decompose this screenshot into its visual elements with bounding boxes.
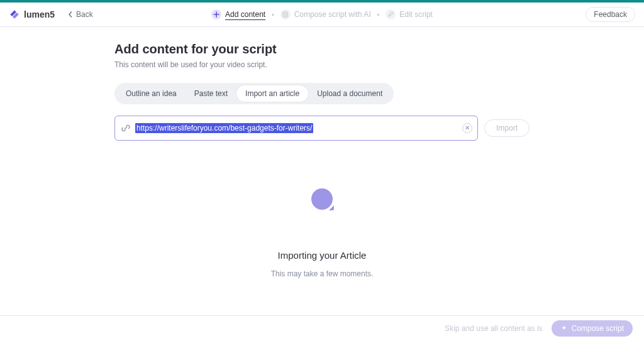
footer-bar: Skip and use all content as is Compose s…	[0, 315, 644, 341]
step-label: Edit script	[399, 10, 433, 19]
compose-label: Compose script	[572, 324, 624, 333]
close-icon: ✕	[465, 125, 470, 131]
step-add-content[interactable]: Add content	[211, 9, 265, 19]
loading-title: Importing your Article	[278, 250, 367, 261]
tab-import-article[interactable]: Import an article	[236, 85, 308, 102]
back-label: Back	[76, 10, 93, 19]
skip-link[interactable]: Skip and use all content as is	[445, 324, 542, 333]
pencil-icon	[386, 9, 396, 19]
url-input-row: https://writerslifeforyou.com/best-gadge…	[114, 116, 530, 141]
step-label: Compose script with AI	[294, 10, 371, 19]
content-tabs: Outline an idea Paste text Import an art…	[114, 83, 394, 104]
import-button[interactable]: Import	[484, 119, 530, 137]
chevron-left-icon	[67, 11, 74, 18]
plus-icon	[211, 9, 221, 19]
page-body: Add content for your script This content…	[108, 42, 536, 141]
step-separator: •	[272, 11, 274, 18]
tab-outline-idea[interactable]: Outline an idea	[117, 85, 186, 102]
brand-logo-icon	[9, 9, 20, 20]
article-url-value: https://writerslifeforyou.com/best-gadge…	[135, 123, 313, 133]
clear-url-button[interactable]: ✕	[462, 123, 472, 133]
wizard-steps: Add content • Compose script with AI • E…	[211, 9, 433, 19]
article-url-input[interactable]: https://writerslifeforyou.com/best-gadge…	[114, 116, 478, 141]
tab-upload-document[interactable]: Upload a document	[308, 85, 391, 102]
tab-paste-text[interactable]: Paste text	[186, 85, 236, 102]
app-header: lumen5 Back Add content • Compose script…	[0, 3, 644, 27]
loading-overlay: Importing your Article This may take a f…	[0, 188, 644, 278]
step-separator: •	[377, 11, 380, 18]
loading-subtitle: This may take a few moments.	[271, 269, 374, 278]
svg-rect-0	[283, 12, 287, 17]
sparkle-icon	[560, 325, 568, 332]
loading-spinner-icon	[311, 188, 333, 210]
page-subtitle: This content will be used for your video…	[114, 60, 530, 69]
compose-script-button[interactable]: Compose script	[552, 320, 633, 337]
page-title: Add content for your script	[114, 42, 530, 57]
link-icon	[121, 124, 130, 133]
feedback-button[interactable]: Feedback	[586, 7, 635, 22]
back-button[interactable]: Back	[62, 8, 98, 21]
step-label: Add content	[225, 10, 265, 19]
step-compose-ai[interactable]: Compose script with AI	[280, 9, 371, 19]
brand-name: lumen5	[24, 9, 55, 19]
brand-logo[interactable]: lumen5	[9, 9, 55, 20]
step-edit-script[interactable]: Edit script	[386, 9, 433, 19]
document-icon	[280, 9, 291, 19]
